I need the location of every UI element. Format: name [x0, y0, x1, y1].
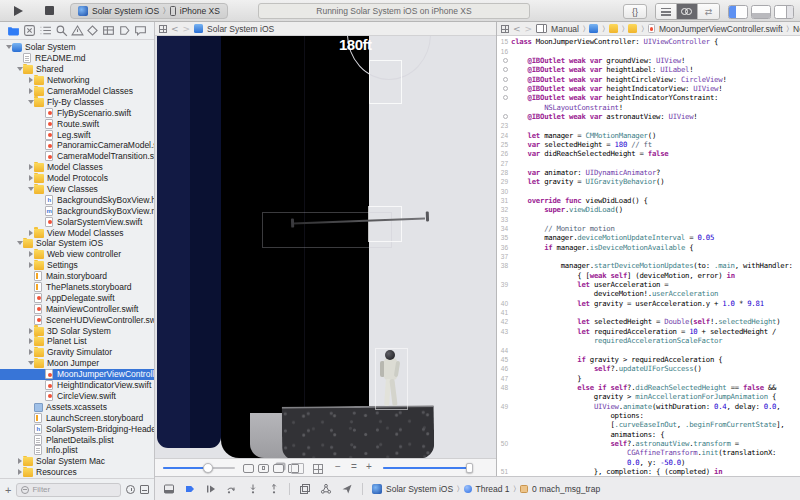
tree-item-web-view-controller[interactable]: Web view controller	[0, 249, 154, 260]
step-into-icon[interactable]	[247, 483, 259, 495]
recent-files-icon[interactable]	[126, 485, 135, 494]
tree-item-solar-system[interactable]: Solar System	[0, 42, 154, 53]
tree-item-solar-system-ios[interactable]: Solar System iOS	[0, 238, 154, 249]
toggle-inspector-button[interactable]	[774, 5, 794, 19]
assistant-editor-button[interactable]	[677, 4, 698, 19]
disclosure-triangle-icon[interactable]	[27, 251, 34, 257]
step-over-icon[interactable]	[226, 483, 238, 495]
simulate-location-icon[interactable]	[341, 483, 353, 495]
navigator-tab-symbols-icon[interactable]	[39, 24, 52, 37]
disclosure-triangle-icon[interactable]	[27, 349, 34, 355]
orient-flat-button[interactable]	[243, 464, 254, 473]
view-hierarchy-canvas[interactable]: 180ft	[155, 36, 496, 458]
tree-item-heightindicatorview-swift[interactable]: HeightIndicatorView.swift	[0, 380, 154, 391]
navigator-tab-reports-icon[interactable]	[134, 24, 147, 37]
zoom-in-button[interactable]: +	[366, 461, 372, 472]
breakpoints-toggle-icon[interactable]	[184, 483, 196, 495]
ib-connection-icon[interactable]	[497, 86, 511, 91]
navigator-tab-issues-icon[interactable]	[71, 24, 84, 37]
back-button[interactable]: <	[513, 24, 521, 34]
breadcrumb-selection[interactable]: No Selection	[793, 24, 800, 34]
project-mini-icon[interactable]	[589, 24, 598, 33]
related-items-icon[interactable]	[159, 25, 167, 33]
code-braces-button[interactable]: {}	[623, 4, 647, 19]
center-breadcrumb-title[interactable]: Solar System iOS	[207, 24, 274, 34]
assistant-mode-label[interactable]: Manual	[551, 24, 579, 34]
debug-crumb-thread[interactable]: Thread 1	[464, 484, 510, 494]
related-items-icon[interactable]	[501, 25, 509, 33]
tree-item-backgroundskyboxview-m[interactable]: BackgroundSkyBoxView.m	[0, 205, 154, 216]
toggle-navigator-button[interactable]	[728, 5, 748, 19]
continue-button-icon[interactable]	[205, 483, 217, 495]
scm-status-filter-icon[interactable]	[140, 485, 149, 494]
disclosure-triangle-icon[interactable]	[16, 241, 23, 245]
tree-item-cameramodel-classes[interactable]: CameraModel Classes	[0, 86, 154, 97]
assistant-mode-icon[interactable]	[536, 24, 547, 33]
disclosure-triangle-icon[interactable]	[27, 100, 34, 104]
disclosure-triangle-icon[interactable]	[16, 469, 23, 475]
tree-item-backgroundskyboxview-h[interactable]: BackgroundSkyBoxView.h	[0, 194, 154, 205]
view-hierarchy-debugger-icon[interactable]	[299, 483, 311, 495]
zoom-out-button[interactable]: −	[335, 461, 341, 472]
tree-item-model-protocols[interactable]: Model Protocols	[0, 173, 154, 184]
forward-button[interactable]: >	[183, 24, 191, 34]
zoom-actual-button[interactable]: =	[351, 461, 357, 472]
range-slider[interactable]	[383, 467, 473, 469]
navigator-tab-find-icon[interactable]	[55, 24, 68, 37]
ib-connection-icon[interactable]	[497, 114, 511, 119]
stop-button[interactable]	[45, 6, 54, 15]
tree-item-solarsystem-bridging-header-h[interactable]: SolarSystem-Bridging-Header.h	[0, 423, 154, 434]
tree-item-scenehudviewcontroller-swift[interactable]: SceneHUDViewController.swift	[0, 314, 154, 325]
tree-item-shared[interactable]: Shared	[0, 64, 154, 75]
disclosure-triangle-icon[interactable]	[27, 88, 34, 94]
tree-item-circleview-swift[interactable]: CircleView.swift	[0, 391, 154, 402]
tree-item-fly-by-classes[interactable]: Fly-By Classes	[0, 96, 154, 107]
standard-editor-button[interactable]	[656, 4, 677, 19]
tree-item-mainviewcontroller-swift[interactable]: MainViewController.swift	[0, 303, 154, 314]
range-slider-thumb[interactable]	[466, 463, 473, 473]
disclosure-triangle-icon[interactable]	[27, 338, 34, 344]
spacing-slider-thumb[interactable]	[203, 463, 213, 473]
tree-item-main-storyboard[interactable]: Main.storyboard	[0, 271, 154, 282]
disclosure-triangle-icon[interactable]	[27, 361, 34, 365]
memory-graph-icon[interactable]	[320, 483, 332, 495]
disclosure-triangle-icon[interactable]	[27, 230, 34, 236]
tree-item-model-classes[interactable]: Model Classes	[0, 162, 154, 173]
tree-item-readme-md[interactable]: README.md	[0, 53, 154, 64]
add-file-button[interactable]: +	[5, 485, 11, 495]
disclosure-triangle-icon[interactable]	[27, 262, 34, 268]
tree-item-theplanets-storyboard[interactable]: ThePlanets.storyboard	[0, 282, 154, 293]
navigator-tab-source-control-icon[interactable]	[23, 24, 36, 37]
ib-connection-icon[interactable]	[497, 67, 511, 72]
filter-input[interactable]: Filter	[16, 483, 121, 497]
code-editor[interactable]: 15class MoonJumperViewController: UIView…	[497, 36, 800, 476]
tree-item-flybyscenario-swift[interactable]: FlyByScenario.swift	[0, 107, 154, 118]
navigator-tab-breakpoints-icon[interactable]	[118, 24, 131, 37]
tree-item-planet-list[interactable]: Planet List	[0, 336, 154, 347]
hide-debug-area-icon[interactable]	[163, 483, 175, 495]
scheme-selector[interactable]: Solar System iOS 〉 iPhone XS	[70, 3, 228, 19]
navigator-tab-tests-icon[interactable]	[86, 24, 99, 37]
navigator-tab-debug-icon[interactable]	[102, 24, 115, 37]
tree-item-assets-xcassets[interactable]: Assets.xcassets	[0, 401, 154, 412]
tree-item-resources[interactable]: Resources	[0, 467, 154, 478]
disclosure-triangle-icon[interactable]	[27, 164, 34, 170]
forward-button[interactable]: >	[525, 24, 533, 34]
navigator-tab-project-icon[interactable]	[7, 24, 20, 37]
disclosure-triangle-icon[interactable]	[27, 175, 34, 181]
show-clipped-button[interactable]	[258, 464, 269, 473]
tree-item-solar-system-mac[interactable]: Solar System Mac	[0, 456, 154, 467]
tree-item-view-model-classes[interactable]: View Model Classes	[0, 227, 154, 238]
run-button[interactable]	[14, 6, 23, 16]
paint-layers-button[interactable]	[288, 464, 299, 473]
disclosure-triangle-icon[interactable]	[16, 458, 23, 464]
tree-item-planetdetails-plist[interactable]: PlanetDetails.plist	[0, 434, 154, 445]
tree-item-settings[interactable]: Settings	[0, 260, 154, 271]
show-constraints-button[interactable]	[273, 464, 284, 473]
ib-connection-icon[interactable]	[497, 95, 511, 100]
tree-item-moon-jumper[interactable]: Moon Jumper	[0, 358, 154, 369]
ib-connection-icon[interactable]	[497, 77, 511, 82]
project-file-tree[interactable]: Solar SystemREADME.mdSharedNetworkingCam…	[0, 40, 154, 478]
step-out-icon[interactable]	[268, 483, 280, 495]
disclosure-triangle-icon[interactable]	[16, 67, 23, 71]
